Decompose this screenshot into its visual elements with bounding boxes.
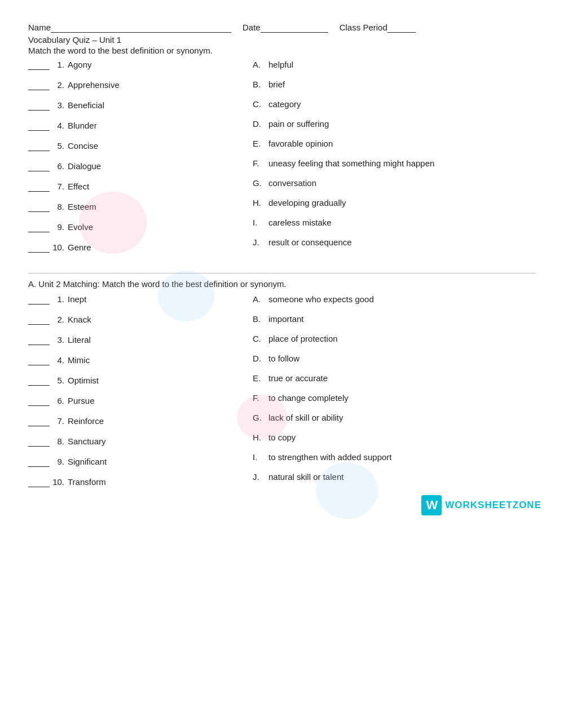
item-number: 6. (52, 396, 64, 405)
def-letter: G. (253, 178, 268, 188)
item-number: 6. (52, 161, 64, 171)
answer-blank[interactable] (28, 315, 50, 325)
item-word: Transform (68, 477, 106, 487)
list-item: 8.Sanctuary (28, 436, 236, 447)
unit2-defs-col: A.someone who expects goodB.importantC.p… (241, 294, 536, 497)
item-number: 9. (52, 457, 64, 466)
wz-logo-w: W (421, 495, 442, 515)
watermark: W WORKSHEETZONE (421, 495, 541, 515)
def-item: G.conversation (253, 178, 536, 188)
answer-blank[interactable] (28, 396, 50, 406)
answer-blank[interactable] (28, 355, 50, 365)
def-item: I.careless mistake (253, 218, 536, 227)
def-item: H.developing gradually (253, 198, 536, 208)
def-text: careless mistake (268, 218, 332, 227)
def-letter: E. (253, 373, 268, 383)
item-word: Sanctuary (68, 436, 106, 446)
unit1-section: 1.Agony 2.Apprehensive 3.Beneficial 4.Bl… (28, 60, 536, 263)
item-number: 8. (52, 436, 64, 446)
item-number: 9. (52, 222, 64, 232)
item-number: 7. (52, 182, 64, 191)
def-letter: C. (253, 334, 268, 343)
def-letter: J. (253, 472, 268, 482)
answer-blank[interactable] (28, 60, 50, 70)
answer-blank[interactable] (28, 416, 50, 426)
def-item: D.to follow (253, 354, 536, 363)
list-item: 5.Optimist (28, 376, 236, 386)
def-text: brief (268, 80, 285, 89)
def-item: E.true or accurate (253, 373, 536, 383)
list-item: 6.Dialogue (28, 161, 236, 171)
item-word: Mimic (68, 355, 90, 365)
def-text: someone who expects good (268, 294, 374, 304)
item-number: 7. (52, 416, 64, 426)
def-item: A.someone who expects good (253, 294, 536, 304)
item-word: Apprehensive (68, 80, 120, 90)
list-item: 1.Agony (28, 60, 236, 70)
def-letter: H. (253, 198, 268, 208)
item-word: Esteem (68, 202, 96, 211)
def-item: F.to change completely (253, 393, 536, 403)
answer-blank[interactable] (28, 376, 50, 386)
def-letter: A. (253, 294, 268, 304)
list-item: 10.Genre (28, 242, 236, 253)
def-letter: I. (253, 452, 268, 462)
item-number: 1. (52, 60, 64, 69)
def-letter: H. (253, 433, 268, 442)
item-word: Inept (68, 294, 86, 304)
def-text: natural skill or talent (268, 472, 343, 482)
answer-blank[interactable] (28, 202, 50, 212)
answer-blank[interactable] (28, 242, 50, 253)
item-word: Optimist (68, 376, 99, 385)
item-number: 3. (52, 100, 64, 110)
def-text: favorable opinion (268, 139, 333, 148)
def-text: uneasy feeling that something might happ… (268, 158, 434, 168)
answer-blank[interactable] (28, 436, 50, 447)
answer-blank[interactable] (28, 457, 50, 467)
answer-blank[interactable] (28, 80, 50, 90)
answer-blank[interactable] (28, 100, 50, 111)
list-item: 8.Esteem (28, 202, 236, 212)
item-word: Evolve (68, 222, 93, 232)
page: Name Date Class Period Vocabulary Quiz –… (0, 0, 564, 531)
list-item: 2.Apprehensive (28, 80, 236, 90)
answer-blank[interactable] (28, 182, 50, 192)
answer-blank[interactable] (28, 121, 50, 131)
section-divider (28, 273, 536, 273)
item-number: 8. (52, 202, 64, 211)
list-item: 6.Pursue (28, 396, 236, 406)
date-label: Date (243, 23, 261, 32)
list-item: 3.Beneficial (28, 100, 236, 111)
quiz-instruction: Match the word to the best definition or… (28, 46, 536, 55)
answer-blank[interactable] (28, 294, 50, 305)
def-letter: G. (253, 413, 268, 422)
answer-blank[interactable] (28, 161, 50, 171)
answer-blank[interactable] (28, 222, 50, 232)
item-word: Significant (68, 457, 107, 466)
def-letter: C. (253, 99, 268, 109)
answer-blank[interactable] (28, 335, 50, 345)
def-letter: D. (253, 119, 268, 129)
quiz-title: Vocabulary Quiz – Unit 1 (28, 35, 536, 45)
answer-blank[interactable] (28, 477, 50, 487)
def-letter: I. (253, 218, 268, 227)
list-item: 7.Reinforce (28, 416, 236, 426)
def-text: lack of skill or ability (268, 413, 343, 422)
class-period-field[interactable] (387, 23, 416, 33)
item-number: 1. (52, 294, 64, 304)
wz-w-letter: W (426, 498, 437, 513)
item-word: Literal (68, 335, 91, 345)
item-number: 4. (52, 355, 64, 365)
def-letter: D. (253, 354, 268, 363)
def-item: E.favorable opinion (253, 139, 536, 148)
list-item: 9.Evolve (28, 222, 236, 232)
list-item: 1.Inept (28, 294, 236, 305)
date-field[interactable] (261, 23, 328, 33)
def-item: I.to strengthen with added support (253, 452, 536, 462)
def-text: developing gradually (268, 198, 346, 208)
name-label: Name (28, 23, 51, 32)
def-item: F.uneasy feeling that something might ha… (253, 158, 536, 168)
name-field[interactable] (51, 23, 231, 33)
answer-blank[interactable] (28, 141, 50, 151)
item-word: Beneficial (68, 100, 104, 110)
